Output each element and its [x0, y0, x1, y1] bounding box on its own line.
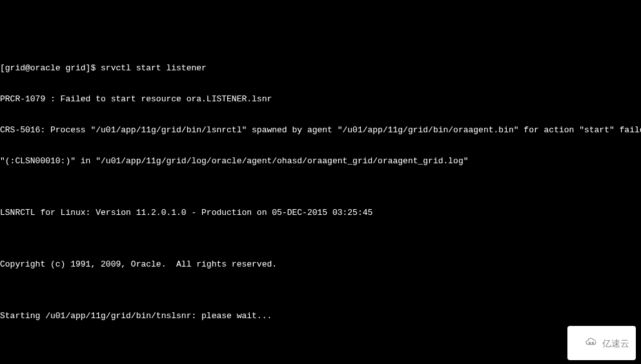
terminal-line: PRCR-1079 : Failed to start resource ora…: [0, 94, 641, 105]
cloud-icon: [574, 327, 598, 359]
watermark-text: 亿速云: [602, 338, 629, 349]
terminal-line: "(:CLSN00010:)" in "/u01/app/11g/grid/lo…: [0, 156, 641, 167]
terminal-output[interactable]: [grid@oracle grid]$ srvctl start listene…: [0, 41, 641, 364]
terminal-line: LSNRCTL for Linux: Version 11.2.0.1.0 - …: [0, 208, 641, 218]
terminal-line: Starting /u01/app/11g/grid/bin/tnslsnr: …: [0, 311, 641, 321]
svg-point-0: [589, 342, 590, 343]
svg-point-1: [592, 342, 593, 343]
terminal-line: Copyright (c) 1991, 2009, Oracle. All ri…: [0, 259, 641, 270]
terminal-line: [grid@oracle grid]$ srvctl start listene…: [0, 63, 641, 74]
watermark-badge: 亿速云: [567, 326, 636, 360]
terminal-line: CRS-5016: Process "/u01/app/11g/grid/bin…: [0, 125, 641, 136]
